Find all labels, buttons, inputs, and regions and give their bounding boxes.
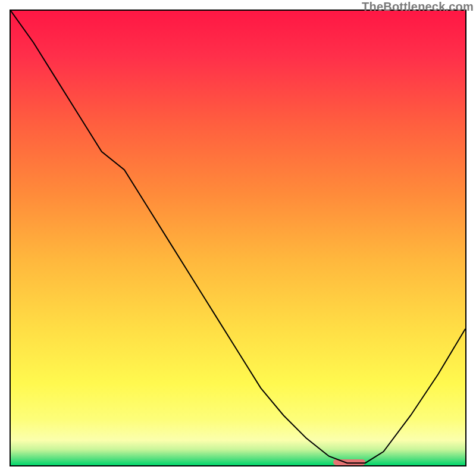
bottleneck-marker — [333, 459, 365, 465]
chart-background-gradient — [11, 11, 465, 465]
svg-rect-0 — [11, 11, 465, 465]
watermark-text: TheBottleneck.com — [362, 0, 474, 14]
chart-frame — [10, 10, 466, 466]
